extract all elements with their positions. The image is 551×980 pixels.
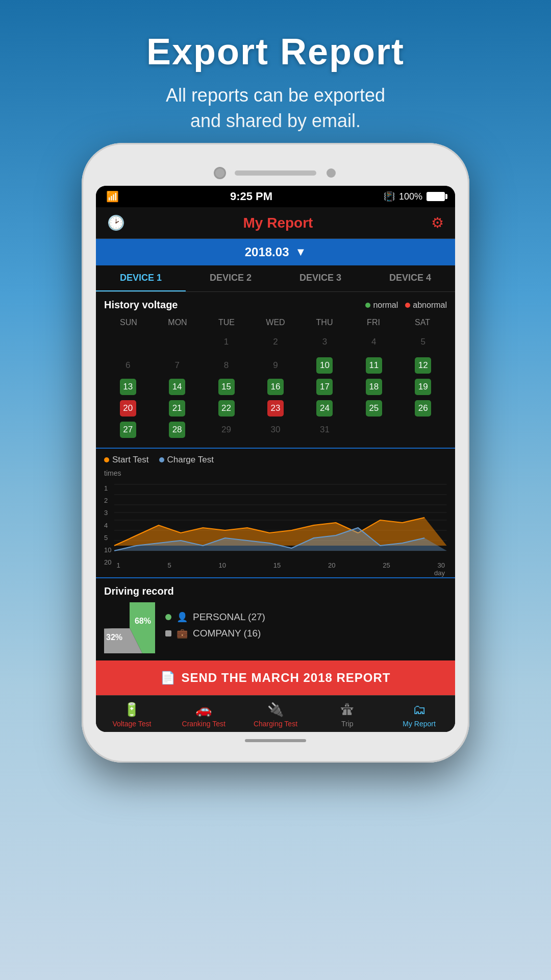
cal-cell: 13 bbox=[104, 376, 152, 398]
hero-subtitle: All reports can be exportedand shared by… bbox=[41, 83, 510, 134]
nav-my-report[interactable]: 🗂 My Report bbox=[383, 696, 455, 732]
day-thu: THU bbox=[300, 316, 349, 329]
cal-cell: 15 bbox=[203, 376, 250, 398]
cal-cell: 19 bbox=[399, 376, 447, 398]
cal-cell: 25 bbox=[350, 398, 397, 419]
device-tabs: DEVICE 1 DEVICE 2 DEVICE 3 DEVICE 4 bbox=[96, 265, 455, 292]
settings-icon[interactable]: ⚙ bbox=[431, 214, 444, 231]
cal-cell: 23 bbox=[252, 398, 299, 419]
pie-label-68: 68% bbox=[135, 617, 151, 626]
cal-cell bbox=[104, 331, 152, 355]
personal-legend: 👤 PERSONAL (27) bbox=[165, 611, 447, 623]
phone-sensor bbox=[327, 168, 336, 178]
chart-y-axis: 20 10 5 4 3 2 1 bbox=[104, 484, 114, 566]
car-nav-icon: 🚗 bbox=[170, 702, 238, 718]
app-header: 🕑 My Report ⚙ bbox=[96, 207, 455, 239]
cal-cell: 9 bbox=[252, 355, 299, 376]
person-icon: 👤 bbox=[177, 611, 188, 623]
cal-cell: 17 bbox=[301, 376, 348, 398]
cal-cell: 10 bbox=[301, 355, 348, 376]
phone-bottom bbox=[96, 739, 455, 742]
send-report-button[interactable]: 📄 SEND THE MARCH 2018 REPORT bbox=[96, 660, 455, 695]
chart-legend: Start Test Charge Test bbox=[104, 455, 447, 465]
home-bar bbox=[245, 739, 306, 742]
section-title: History voltage bbox=[104, 299, 178, 311]
nav-trip[interactable]: 🛣 Trip bbox=[311, 696, 383, 732]
nav-cranking-test[interactable]: 🚗 Cranking Test bbox=[168, 696, 240, 732]
cal-week2: 6 7 8 9 10 11 12 bbox=[104, 355, 447, 376]
document-icon: 📄 bbox=[160, 671, 176, 685]
hero-title: Export Report bbox=[41, 31, 510, 72]
cal-cell: 14 bbox=[153, 376, 201, 398]
nav-charging-test[interactable]: 🔌 Charging Test bbox=[240, 696, 312, 732]
driving-record-section: Driving record 68% 32% bbox=[96, 577, 455, 660]
status-bar: 📶 9:25 PM 📳 100% bbox=[96, 186, 455, 207]
cal-cell: 3 bbox=[301, 331, 348, 355]
hero-section: Export Report All reports can be exporte… bbox=[0, 0, 551, 150]
cal-week3: 13 14 15 16 17 18 19 bbox=[104, 376, 447, 398]
phone-screen: 📶 9:25 PM 📳 100% 🕑 My Report ⚙ 2018.03 ▼ bbox=[96, 186, 455, 732]
tab-device3[interactable]: DEVICE 3 bbox=[276, 265, 365, 291]
history-voltage-section: History voltage normal abnormal SUN M bbox=[96, 292, 455, 448]
tab-device1[interactable]: DEVICE 1 bbox=[96, 265, 186, 291]
cal-cell: 28 bbox=[153, 419, 201, 443]
battery-nav-icon: 🔋 bbox=[98, 702, 166, 718]
wifi-icon: 📶 bbox=[106, 190, 119, 203]
month-label: 2018.03 bbox=[245, 245, 289, 259]
history-icon[interactable]: 🕑 bbox=[107, 214, 125, 231]
cal-cell: 20 bbox=[104, 398, 152, 419]
day-fri: FRI bbox=[349, 316, 398, 329]
cal-cell: 4 bbox=[350, 331, 397, 355]
cal-cell: 29 bbox=[203, 419, 250, 443]
chart-x-labels: 1 5 10 15 20 25 30 bbox=[114, 561, 447, 569]
start-test-legend: Start Test bbox=[104, 455, 149, 465]
cal-cell bbox=[350, 419, 397, 443]
cal-cell: 21 bbox=[153, 398, 201, 419]
phone-speaker bbox=[235, 170, 316, 176]
cal-cell bbox=[399, 419, 447, 443]
cal-header: SUN MON TUE WED THU FRI SAT bbox=[104, 316, 447, 329]
send-button-container: 📄 SEND THE MARCH 2018 REPORT bbox=[96, 660, 455, 695]
status-time: 9:25 PM bbox=[230, 190, 272, 203]
day-sun: SUN bbox=[104, 316, 153, 329]
cal-cell: 6 bbox=[104, 355, 152, 376]
tab-device2[interactable]: DEVICE 2 bbox=[186, 265, 276, 291]
tab-device4[interactable]: DEVICE 4 bbox=[365, 265, 455, 291]
chevron-down-icon: ▼ bbox=[295, 246, 306, 259]
day-wed: WED bbox=[251, 316, 300, 329]
phone-top-bar bbox=[96, 168, 455, 178]
cal-cell: 2 bbox=[252, 331, 299, 355]
cal-cell: 22 bbox=[203, 398, 250, 419]
legend-abnormal: abnormal bbox=[405, 301, 447, 310]
month-selector[interactable]: 2018.03 ▼ bbox=[96, 239, 455, 265]
cal-cell: 5 bbox=[399, 331, 447, 355]
plug-nav-icon: 🔌 bbox=[242, 702, 310, 718]
app-title: My Report bbox=[243, 215, 313, 231]
briefcase-icon: 💼 bbox=[177, 628, 188, 639]
status-icons: 📳 100% bbox=[384, 191, 445, 202]
section-header: History voltage normal abnormal bbox=[104, 299, 447, 311]
battery-percent: 100% bbox=[399, 191, 422, 202]
cal-week5: 27 28 29 30 31 bbox=[104, 419, 447, 443]
company-legend: 💼 COMPANY (16) bbox=[165, 628, 447, 639]
phone-camera bbox=[215, 168, 224, 178]
phone-frame: 📶 9:25 PM 📳 100% 🕑 My Report ⚙ 2018.03 ▼ bbox=[82, 143, 469, 763]
chart-container: 20 10 5 4 3 2 1 bbox=[104, 479, 447, 571]
chart-svg bbox=[114, 479, 447, 558]
bottom-nav: 🔋 Voltage Test 🚗 Cranking Test 🔌 Chargin… bbox=[96, 695, 455, 732]
cal-week1: 1 2 3 4 5 bbox=[104, 331, 447, 355]
cal-cell: 26 bbox=[399, 398, 447, 419]
legend: normal abnormal bbox=[365, 301, 447, 310]
cal-cell: 24 bbox=[301, 398, 348, 419]
nav-voltage-test[interactable]: 🔋 Voltage Test bbox=[96, 696, 168, 732]
chart-y-label: times bbox=[104, 469, 447, 477]
cal-cell: 30 bbox=[252, 419, 299, 443]
cal-cell: 18 bbox=[350, 376, 397, 398]
calendar: SUN MON TUE WED THU FRI SAT 1 2 3 4 5 bbox=[104, 316, 447, 443]
day-mon: MON bbox=[153, 316, 202, 329]
trip-nav-icon: 🛣 bbox=[313, 702, 381, 718]
driving-legend: 👤 PERSONAL (27) 💼 COMPANY (16) bbox=[165, 611, 447, 644]
chart-section: Start Test Charge Test times 20 10 5 4 3… bbox=[96, 448, 455, 577]
pie-label-32: 32% bbox=[106, 633, 122, 642]
cal-cell: 12 bbox=[399, 355, 447, 376]
